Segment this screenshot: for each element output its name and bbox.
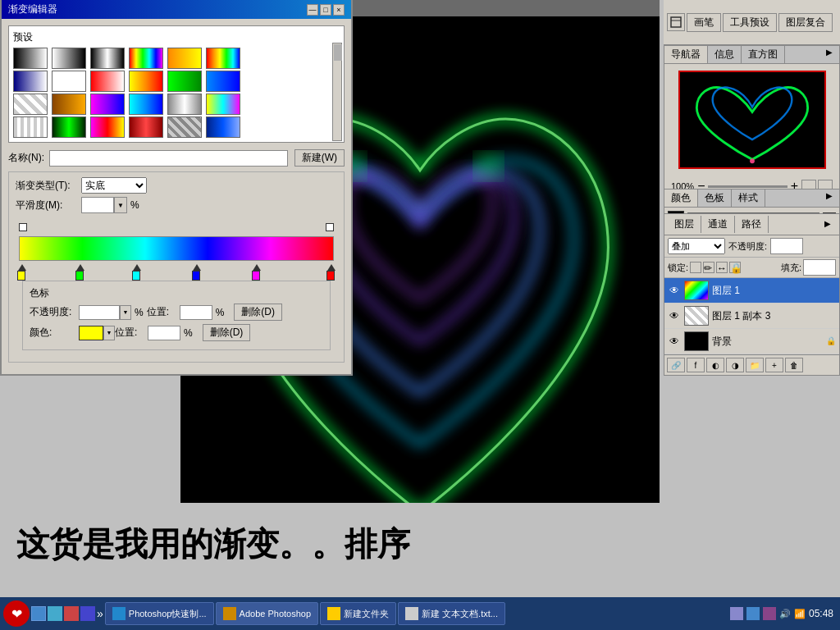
adjustment-layer-btn[interactable]: ◑ bbox=[726, 358, 744, 372]
quick-launch-2[interactable] bbox=[48, 606, 62, 621]
preset-item-4[interactable] bbox=[167, 48, 202, 69]
tab-swatches[interactable]: 色板 bbox=[698, 189, 732, 207]
tab-navigator[interactable]: 导航器 bbox=[664, 46, 708, 63]
preset-item-3[interactable] bbox=[129, 48, 163, 69]
opacity-input[interactable]: 100% bbox=[770, 238, 803, 254]
quick-launch-3[interactable] bbox=[64, 606, 79, 621]
color-arrow[interactable]: ▼ bbox=[103, 326, 115, 340]
start-button[interactable]: ❤ bbox=[3, 600, 30, 627]
preset-item-1[interactable] bbox=[52, 48, 86, 69]
color-stop-yellow[interactable] bbox=[17, 264, 26, 281]
quick-launch-arrow[interactable]: » bbox=[97, 607, 103, 620]
opacity-stop-left[interactable] bbox=[19, 223, 27, 231]
tab-channels[interactable]: 通道 bbox=[701, 216, 735, 233]
layer-eye-bg[interactable]: 👁 bbox=[668, 335, 681, 348]
preset-item-19[interactable] bbox=[52, 116, 86, 138]
opacity-stop-right[interactable] bbox=[326, 223, 334, 231]
blend-mode-select[interactable]: 叠加 bbox=[668, 238, 725, 254]
delete-btn1[interactable]: 删除(D) bbox=[234, 304, 282, 321]
layer-item-bg[interactable]: 👁 背景 🔒 bbox=[664, 329, 839, 354]
new-layer-btn[interactable]: + bbox=[765, 358, 783, 372]
dialog-title-bar[interactable]: 渐变编辑器 — □ × bbox=[2, 0, 351, 19]
dialog-min-btn[interactable]: — bbox=[307, 4, 318, 16]
tray-icon-4[interactable]: 🔊 bbox=[779, 609, 791, 619]
dialog-max-btn[interactable]: □ bbox=[320, 4, 331, 16]
layer-item-1[interactable]: 👁 图层 1 bbox=[664, 278, 839, 304]
color-options-btn[interactable]: ▶ bbox=[826, 191, 838, 203]
huabi-button[interactable]: 画笔 bbox=[687, 13, 721, 32]
preset-item-10[interactable] bbox=[167, 71, 202, 92]
zoom-slider[interactable] bbox=[708, 185, 787, 188]
color-stop-4[interactable] bbox=[252, 264, 261, 281]
toolbar-icon-1[interactable] bbox=[667, 13, 685, 31]
smoothness-input[interactable]: 100 bbox=[81, 197, 114, 213]
tab-paths[interactable]: 路径 bbox=[735, 216, 769, 233]
quick-launch-4[interactable] bbox=[80, 606, 95, 621]
preset-item-2[interactable] bbox=[90, 48, 125, 69]
navigator-options-btn[interactable]: ▶ bbox=[826, 48, 838, 59]
lock-btn3[interactable]: ↔ bbox=[716, 262, 728, 273]
quick-launch-1[interactable] bbox=[31, 606, 46, 621]
preset-item-21[interactable] bbox=[129, 116, 163, 138]
opacity-arrow[interactable]: ▼ bbox=[120, 305, 131, 320]
preset-item-9[interactable] bbox=[129, 71, 163, 92]
taskbar-item-1[interactable]: Photoshop快速制... bbox=[105, 602, 214, 625]
preset-item-0[interactable] bbox=[13, 48, 48, 69]
tab-layers[interactable]: 图层 bbox=[668, 216, 701, 233]
name-input[interactable]: 自定 bbox=[49, 150, 288, 167]
color-stop-3[interactable] bbox=[192, 264, 201, 281]
color-swatch[interactable] bbox=[79, 326, 103, 340]
gradient-type-select[interactable]: 实底 bbox=[81, 177, 147, 194]
layer-eye-1[interactable]: 👁 bbox=[668, 284, 681, 297]
color-stop-red[interactable] bbox=[326, 264, 336, 281]
preset-item-16[interactable] bbox=[167, 94, 202, 115]
tab-histogram[interactable]: 直方图 bbox=[742, 46, 785, 63]
layer-style-btn[interactable]: f bbox=[687, 358, 705, 372]
preset-item-7[interactable] bbox=[52, 71, 86, 92]
layer-blend-button[interactable]: 图层复合 bbox=[778, 13, 833, 32]
tray-icon-2[interactable] bbox=[746, 607, 760, 620]
tab-info[interactable]: 信息 bbox=[708, 46, 742, 63]
smoothness-arrow[interactable]: ▼ bbox=[114, 197, 127, 213]
layer-item-2[interactable]: 👁 图层 1 副本 3 bbox=[664, 304, 839, 329]
preset-item-22[interactable] bbox=[167, 116, 202, 138]
preset-item-8[interactable] bbox=[90, 71, 125, 92]
opacity-input[interactable] bbox=[79, 305, 120, 320]
delete-btn2[interactable]: 删除(D) bbox=[203, 324, 251, 341]
preset-item-13[interactable] bbox=[52, 94, 86, 115]
preset-item-11[interactable] bbox=[206, 71, 240, 92]
position-input1[interactable] bbox=[180, 305, 212, 320]
preset-item-23[interactable] bbox=[206, 116, 240, 138]
tray-icon-1[interactable] bbox=[730, 607, 743, 620]
tab-color[interactable]: 颜色 bbox=[664, 189, 698, 207]
lock-btn2[interactable]: ✏ bbox=[703, 262, 714, 273]
layer-mask-btn[interactable]: ◐ bbox=[706, 358, 724, 372]
layer-group-btn[interactable]: 📁 bbox=[746, 358, 764, 372]
preset-item-20[interactable] bbox=[90, 116, 125, 138]
lock-btn4[interactable]: 🔒 bbox=[729, 262, 741, 273]
gradient-preview-bar[interactable] bbox=[19, 236, 334, 261]
link-layers-btn[interactable]: 🔗 bbox=[667, 358, 685, 372]
layer-eye-2[interactable]: 👁 bbox=[668, 309, 681, 322]
preset-item-18[interactable] bbox=[13, 116, 48, 138]
taskbar-item-2[interactable]: Adobe Photoshop bbox=[216, 602, 318, 625]
preset-item-5[interactable] bbox=[206, 48, 240, 69]
taskbar-item-4[interactable]: 新建 文本文档.txt... bbox=[398, 602, 505, 625]
delete-layer-btn[interactable]: 🗑 bbox=[785, 358, 803, 372]
tray-network[interactable]: 📶 bbox=[794, 609, 806, 619]
preset-item-15[interactable] bbox=[129, 94, 163, 115]
color-stop-2[interactable] bbox=[132, 264, 141, 281]
preset-scrollbar[interactable] bbox=[332, 43, 342, 141]
preset-item-12[interactable] bbox=[13, 94, 48, 115]
preset-item-14[interactable] bbox=[90, 94, 125, 115]
color-stop-1[interactable] bbox=[75, 264, 84, 281]
taskbar-item-3[interactable]: 新建文件夹 bbox=[320, 602, 396, 625]
tray-icon-3[interactable] bbox=[763, 607, 776, 620]
layers-options-btn[interactable]: ▶ bbox=[824, 219, 836, 231]
tab-styles[interactable]: 样式 bbox=[732, 189, 765, 207]
preset-item-6[interactable] bbox=[13, 71, 48, 92]
position-input2[interactable] bbox=[148, 326, 180, 340]
tools-button[interactable]: 工具预设 bbox=[723, 13, 777, 32]
lock-btn1[interactable] bbox=[690, 262, 701, 273]
dialog-close-btn[interactable]: × bbox=[333, 4, 345, 16]
